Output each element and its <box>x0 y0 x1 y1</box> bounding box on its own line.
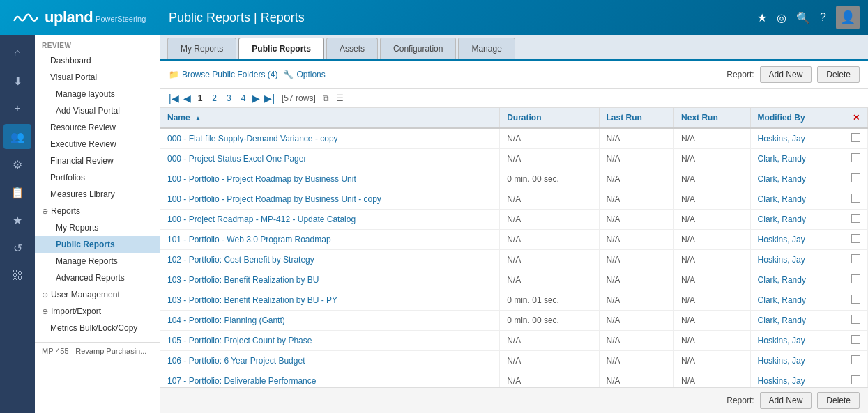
row-name[interactable]: 103 - Portfolio: Benefit Realization by … <box>160 290 500 311</box>
col-name[interactable]: Name ▲ <box>160 108 500 128</box>
sidebar-item-manage-layouts[interactable]: Manage layouts <box>35 86 160 102</box>
nav-download[interactable]: ⬇ <box>3 68 31 93</box>
sidebar-item-add-visual-portal[interactable]: Add Visual Portal <box>35 102 160 119</box>
nav-star[interactable]: ★ <box>3 208 31 233</box>
last-page-nav[interactable]: ▶| <box>264 93 275 104</box>
row-checkbox[interactable] <box>844 371 868 388</box>
row-checkbox[interactable] <box>844 149 868 169</box>
sidebar-item-resource-review[interactable]: Resource Review <box>35 119 160 136</box>
nav-reports[interactable]: 📋 <box>3 180 31 205</box>
options-link[interactable]: 🔧 Options <box>283 70 325 79</box>
sidebar-item-financial-review[interactable]: Financial Review <box>35 153 160 169</box>
col-modified-by[interactable]: Modified By <box>750 108 844 128</box>
checkbox-icon[interactable] <box>851 133 860 142</box>
row-name[interactable]: 104 - Portfolio: Planning (Gantt) <box>160 311 500 331</box>
row-name[interactable]: 100 - Portfolio - Project Roadmap by Bus… <box>160 169 500 189</box>
first-page-nav[interactable]: |◀ <box>169 93 179 104</box>
row-name[interactable]: 106 - Portfolio: 6 Year Project Budget <box>160 351 500 371</box>
tab-manage[interactable]: Manage <box>458 38 515 59</box>
row-checkbox[interactable] <box>844 230 868 250</box>
checkbox-icon[interactable] <box>851 194 860 203</box>
checkbox-icon[interactable] <box>851 335 860 344</box>
browse-public-folders-link[interactable]: 📁 Browse Public Folders (4) <box>169 70 277 79</box>
row-name[interactable]: 103 - Portfolio: Benefit Realization by … <box>160 270 500 290</box>
sidebar-item-executive-review[interactable]: Executive Review <box>35 136 160 153</box>
row-checkbox[interactable] <box>844 351 868 371</box>
bottom-toolbar: Report: Add New Delete <box>160 387 868 413</box>
nav-add[interactable]: + <box>3 96 31 121</box>
sidebar-item-portfolios[interactable]: Portfolios <box>35 169 160 186</box>
row-name[interactable]: 100 - Portfolio - Project Roadmap by Bus… <box>160 189 500 210</box>
delete-button-bottom[interactable]: Delete <box>817 392 860 409</box>
row-checkbox[interactable] <box>844 270 868 290</box>
nav-settings[interactable]: ⚙ <box>3 152 31 177</box>
add-new-button-top[interactable]: Add New <box>760 66 812 83</box>
page-1[interactable]: 1 <box>195 93 206 104</box>
sidebar-item-public-reports[interactable]: Public Reports <box>35 236 160 253</box>
row-name[interactable]: 000 - Project Status Excel One Pager <box>160 149 500 169</box>
row-checkbox[interactable] <box>844 210 868 230</box>
col-next-run[interactable]: Next Run <box>674 108 751 128</box>
list-icon[interactable]: ☰ <box>336 93 344 103</box>
star-icon[interactable]: ★ <box>757 11 767 24</box>
next-page-nav[interactable]: ▶ <box>252 93 260 104</box>
row-name[interactable]: 102 - Portfolio: Cost Benefit by Strateg… <box>160 250 500 270</box>
row-checkbox[interactable] <box>844 128 868 149</box>
row-checkbox[interactable] <box>844 169 868 189</box>
checkbox-icon[interactable] <box>851 214 860 223</box>
sidebar-group-reports[interactable]: ⊖ Reports <box>35 203 160 219</box>
row-name[interactable]: 105 - Portfolio: Project Count by Phase <box>160 331 500 351</box>
tab-my-reports[interactable]: My Reports <box>167 38 236 59</box>
checkbox-icon[interactable] <box>851 234 860 243</box>
location-icon[interactable]: ◎ <box>777 11 786 24</box>
row-name[interactable]: 000 - Flat file Supply-Demand Variance -… <box>160 128 500 149</box>
copy-icon[interactable]: ⧉ <box>323 93 329 103</box>
checkbox-icon[interactable] <box>851 274 860 283</box>
col-duration[interactable]: Duration <box>500 108 599 128</box>
checkbox-icon[interactable] <box>851 295 860 304</box>
nav-home[interactable]: ⌂ <box>3 40 31 65</box>
row-name[interactable]: 100 - Project Roadmap - MP-412 - Update … <box>160 210 500 230</box>
page-2[interactable]: 2 <box>209 93 220 104</box>
sidebar-item-measures-library[interactable]: Measures Library <box>35 186 160 203</box>
checkbox-icon[interactable] <box>851 254 860 263</box>
sidebar-item-visual-portal[interactable]: Visual Portal <box>35 69 160 86</box>
delete-button-top[interactable]: Delete <box>817 66 860 83</box>
nav-history[interactable]: ↺ <box>3 235 31 260</box>
row-next-run: N/A <box>674 128 751 149</box>
sidebar-bottom[interactable]: MP-455 - Revamp Purchasin... <box>35 342 160 359</box>
prev-page-nav[interactable]: ◀ <box>183 93 191 104</box>
tab-configuration[interactable]: Configuration <box>380 38 456 59</box>
row-checkbox[interactable] <box>844 331 868 351</box>
sidebar-item-metrics-bulk[interactable]: Metrics Bulk/Lock/Copy <box>35 320 160 336</box>
checkbox-icon[interactable] <box>851 153 860 162</box>
sidebar-item-my-reports[interactable]: My Reports <box>35 219 160 236</box>
tab-assets[interactable]: Assets <box>326 38 378 59</box>
col-last-run[interactable]: Last Run <box>599 108 674 128</box>
tab-public-reports[interactable]: Public Reports <box>238 38 324 59</box>
checkbox-icon[interactable] <box>851 355 860 364</box>
sidebar-item-dashboard[interactable]: Dashboard <box>35 52 160 69</box>
search-icon[interactable]: 🔍 <box>796 11 810 24</box>
sidebar-group-import-export[interactable]: ⊕ Import/Export <box>35 303 160 320</box>
add-new-button-bottom[interactable]: Add New <box>760 392 812 409</box>
sidebar-group-user-management[interactable]: ⊕ User Management <box>35 286 160 303</box>
page-4[interactable]: 4 <box>238 93 249 104</box>
help-icon[interactable]: ? <box>820 11 826 24</box>
nav-link[interactable]: ⛓ <box>3 263 31 288</box>
col-delete[interactable]: ✕ <box>844 108 868 128</box>
checkbox-icon[interactable] <box>851 375 860 384</box>
sidebar-item-advanced-reports[interactable]: Advanced Reports <box>35 270 160 286</box>
row-name[interactable]: 101 - Portfolio - Web 3.0 Program Roadma… <box>160 230 500 250</box>
row-checkbox[interactable] <box>844 290 868 311</box>
row-checkbox[interactable] <box>844 311 868 331</box>
row-name[interactable]: 107 - Portfolio: Deliverable Performance <box>160 371 500 388</box>
avatar[interactable]: 👤 <box>836 6 860 29</box>
checkbox-icon[interactable] <box>851 315 860 324</box>
sidebar-item-manage-reports[interactable]: Manage Reports <box>35 253 160 270</box>
page-3[interactable]: 3 <box>224 93 234 104</box>
checkbox-icon[interactable] <box>851 173 860 182</box>
row-checkbox[interactable] <box>844 250 868 270</box>
row-checkbox[interactable] <box>844 189 868 210</box>
nav-users[interactable]: 👥 <box>3 124 31 149</box>
